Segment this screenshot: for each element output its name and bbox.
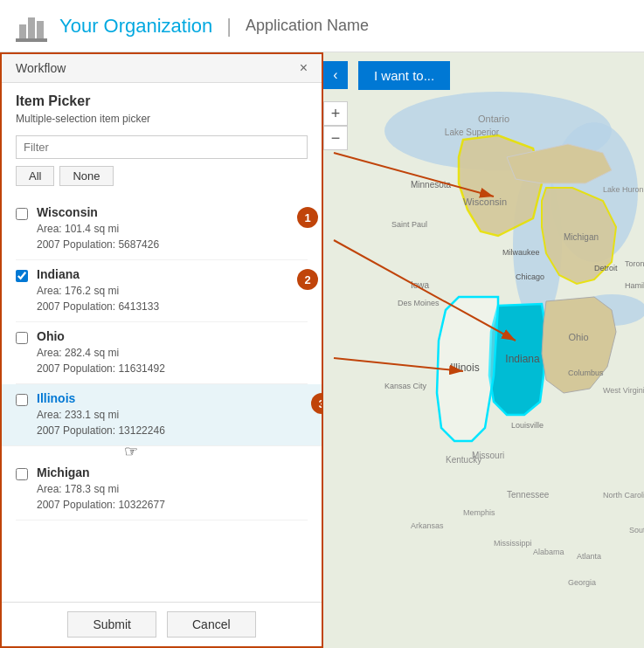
svg-rect-3 [16, 38, 47, 42]
ohio-content: Ohio Area: 282.4 sq mi 2007 Population: … [37, 329, 308, 376]
svg-text:Lake Superior: Lake Superior [445, 128, 500, 137]
svg-text:Saint Paul: Saint Paul [391, 220, 427, 229]
header: Your Organization | Application Name [0, 0, 644, 52]
none-button[interactable]: None [59, 166, 113, 186]
svg-text:Hamilton: Hamilton [625, 281, 644, 290]
svg-text:Lake Huron: Lake Huron [603, 185, 644, 194]
ohio-checkbox[interactable] [16, 332, 28, 344]
svg-text:North Carolina: North Carolina [603, 491, 644, 500]
panel-header: Workflow × [2, 54, 322, 83]
svg-text:Alabama: Alabama [533, 548, 564, 556]
svg-text:South Carolina: South Carolina [629, 526, 644, 534]
indiana-name: Indiana [37, 267, 308, 281]
list-item[interactable]: Ohio Area: 282.4 sq mi 2007 Population: … [16, 322, 308, 384]
illinois-content: Illinois Area: 233.1 sq mi 2007 Populati… [37, 391, 308, 438]
svg-rect-2 [37, 21, 44, 40]
wisconsin-name: Wisconsin [37, 205, 308, 219]
main-area: Workflow × Item Picker Multiple-selectio… [0, 52, 644, 648]
svg-text:Wisconsin: Wisconsin [463, 196, 507, 207]
svg-text:Michigan: Michigan [564, 232, 599, 242]
ohio-area: Area: 282.4 sq mi [37, 345, 308, 361]
ohio-name: Ohio [37, 329, 308, 343]
michigan-pop: 2007 Population: 10322677 [37, 497, 308, 513]
ohio-pop: 2007 Population: 11631492 [37, 361, 308, 376]
badge-2: 2 [297, 269, 318, 290]
svg-text:Ontario: Ontario [478, 114, 509, 124]
org-logo [14, 9, 49, 44]
i-want-to-button[interactable]: I want to... [358, 61, 450, 90]
zoom-controls: + − [323, 101, 348, 150]
badge-1: 1 [297, 207, 318, 228]
header-divider: | [226, 15, 232, 38]
illinois-name: Illinois [37, 391, 308, 405]
map-area: ‹ I want to... + − [323, 52, 644, 648]
wisconsin-checkbox[interactable] [16, 208, 28, 220]
svg-text:Columbus: Columbus [568, 369, 604, 377]
panel-title: Workflow [16, 61, 66, 75]
item-picker-subtitle: Multiple-selection item picker [16, 113, 308, 125]
selection-buttons: All None [16, 166, 308, 186]
filter-input[interactable] [16, 135, 308, 159]
badge-3: 3 [311, 393, 322, 414]
cancel-button[interactable]: Cancel [167, 611, 256, 638]
wisconsin-pop: 2007 Population: 5687426 [37, 237, 308, 252]
michigan-content: Michigan Area: 178.3 sq mi 2007 Populati… [37, 465, 308, 513]
list-item[interactable]: Indiana Area: 176.2 sq mi 2007 Populatio… [16, 260, 308, 322]
svg-text:Ohio: Ohio [568, 332, 588, 342]
map-svg: Ontario Lake Superior Minnesota Wisconsi… [323, 52, 644, 648]
svg-text:Detroit: Detroit [594, 264, 618, 272]
svg-text:Memphis: Memphis [463, 508, 495, 517]
list-item[interactable]: Illinois Area: 233.1 sq mi 2007 Populati… [2, 384, 322, 446]
item-picker-title: Item Picker [16, 93, 308, 109]
indiana-content: Indiana Area: 176.2 sq mi 2007 Populatio… [37, 267, 308, 314]
illinois-pop: 2007 Population: 13122246 [37, 423, 308, 438]
indiana-area: Area: 176.2 sq mi [37, 283, 308, 299]
svg-rect-1 [28, 17, 35, 40]
panel-close-button[interactable]: × [300, 61, 308, 75]
list-item[interactable]: Wisconsin Area: 101.4 sq mi 2007 Populat… [16, 198, 308, 260]
submit-button[interactable]: Submit [67, 611, 156, 638]
svg-text:Illinois: Illinois [450, 362, 479, 374]
svg-text:Toronto: Toronto [625, 259, 644, 268]
svg-text:Kentucky: Kentucky [446, 455, 481, 465]
svg-rect-0 [19, 24, 26, 40]
svg-text:Arkansas: Arkansas [411, 521, 444, 530]
app-name: Application Name [246, 17, 369, 35]
zoom-in-button[interactable]: + [323, 101, 348, 126]
all-button[interactable]: All [16, 166, 54, 186]
illinois-checkbox[interactable] [16, 394, 28, 406]
zoom-out-button[interactable]: − [323, 126, 348, 150]
svg-text:Mississippi: Mississippi [494, 539, 532, 548]
svg-text:West Virginia: West Virginia [603, 386, 644, 395]
svg-text:Des Moines: Des Moines [398, 299, 440, 307]
michigan-checkbox[interactable] [16, 468, 28, 480]
indiana-pop: 2007 Population: 6413133 [37, 299, 308, 314]
svg-text:Georgia: Georgia [568, 578, 596, 587]
svg-text:Chicago: Chicago [516, 272, 544, 281]
svg-text:Kansas City: Kansas City [384, 382, 427, 390]
svg-text:Minnesota: Minnesota [411, 180, 452, 190]
workflow-panel: Workflow × Item Picker Multiple-selectio… [0, 52, 323, 648]
michigan-name: Michigan [37, 465, 308, 479]
indiana-checkbox[interactable] [16, 270, 28, 282]
org-name: Your Organization [59, 15, 212, 38]
svg-text:Tennessee: Tennessee [507, 490, 550, 500]
wisconsin-area: Area: 101.4 sq mi [37, 221, 308, 237]
item-picker: Item Picker Multiple-selection item pick… [2, 83, 322, 602]
svg-text:Louisville: Louisville [511, 421, 544, 430]
list-item[interactable]: Michigan Area: 178.3 sq mi 2007 Populati… [16, 458, 308, 520]
svg-text:Atlanta: Atlanta [577, 552, 601, 561]
panel-footer: Submit Cancel [2, 602, 322, 646]
svg-text:Indiana: Indiana [505, 353, 540, 365]
collapse-panel-button[interactable]: ‹ [323, 61, 348, 89]
svg-text:Milwaukee: Milwaukee [502, 248, 540, 257]
wisconsin-content: Wisconsin Area: 101.4 sq mi 2007 Populat… [37, 205, 308, 252]
illinois-area: Area: 233.1 sq mi [37, 407, 308, 423]
michigan-area: Area: 178.3 sq mi [37, 481, 308, 497]
